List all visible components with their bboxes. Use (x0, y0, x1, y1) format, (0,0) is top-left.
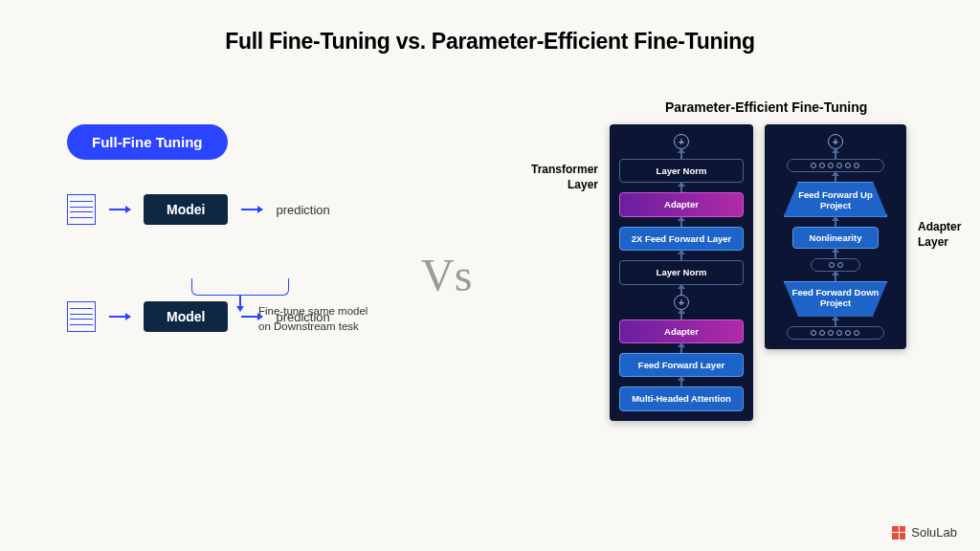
arrow-right-icon (241, 209, 262, 210)
arrow-up-icon (680, 149, 682, 159)
brand-text: SoluLab (911, 525, 957, 540)
adapter-layer-label: Adapter Layer (918, 220, 975, 250)
arrow-up-icon (680, 377, 682, 386)
arrow-up-icon (680, 310, 682, 320)
model-box-bottom: Model (144, 301, 228, 332)
data-sheet-icon (67, 301, 96, 332)
feed-forward-2x-box: 2X Feed Forward Layer (619, 227, 744, 251)
feed-forward-up-project-box: Feed Forward Up Project (784, 182, 888, 217)
prediction-label: prediction (276, 203, 329, 217)
peft-section: Parameter-Efficient Fine-Tuning Transfor… (522, 86, 975, 421)
arrow-up-icon (680, 285, 682, 295)
diagram-stage: Full-Fine Tuning Modei prediction Fine-t… (0, 86, 980, 551)
arrow-right-icon (109, 316, 130, 318)
dots-row-icon (787, 159, 884, 172)
data-sheet-icon (67, 194, 96, 225)
feed-forward-box: Feed Forward Layer (619, 353, 744, 377)
arrow-up-icon (835, 272, 836, 281)
flow-row-top: Modei prediction (67, 194, 330, 225)
arrow-up-icon (680, 343, 682, 353)
dots-row-short-icon (811, 258, 859, 272)
arrow-up-icon (835, 317, 836, 326)
arrow-right-icon (109, 209, 130, 210)
arrow-up-icon (680, 183, 682, 192)
layer-norm-box: Layer Norm (619, 260, 744, 284)
arrow-up-icon (680, 251, 682, 260)
dots-row-icon (787, 326, 884, 340)
full-fine-tuning-pill: Full-Fine Tuning (67, 124, 228, 160)
bracket-icon (191, 278, 289, 296)
plus-node-icon: + (828, 134, 843, 149)
adapter-panel: + Feed Forward Up Project Nonlinearity F… (765, 124, 906, 349)
arrow-up-icon (835, 149, 836, 159)
feed-forward-down-project-box: Feed Forward Down Project (784, 281, 888, 317)
page-title: Full Fine-Tuning vs. Parameter-Efficient… (0, 0, 980, 55)
plus-node-icon: + (674, 295, 689, 310)
adapter-box: Adapter (619, 320, 744, 343)
layer-norm-box: Layer Norm (619, 159, 744, 183)
vs-label: Vs (421, 249, 472, 301)
peft-panels-row: Transformer Layer + Layer Norm Adapter 2… (522, 124, 975, 421)
multi-head-attention-box: Multi-Headed Attention (619, 386, 744, 410)
transformer-layer-label: Transformer Layer (522, 163, 598, 192)
plus-node-icon: + (674, 134, 689, 149)
arrow-up-icon (680, 217, 682, 227)
peft-title: Parameter-Efficient Fine-Tuning (665, 99, 975, 115)
full-fine-tuning-section: Full-Fine Tuning Modei prediction Fine-t… (67, 124, 330, 332)
arrow-up-icon (835, 172, 836, 182)
arrow-up-icon (835, 217, 836, 227)
arrow-right-icon (241, 316, 262, 318)
prediction-label: prediction (276, 310, 329, 324)
adapter-box: Adapter (619, 192, 744, 216)
transformer-panel: + Layer Norm Adapter 2X Feed Forward Lay… (610, 124, 753, 421)
flow-diagram: Modei prediction Fine-tune same model on… (67, 194, 330, 332)
logo-icon (892, 526, 905, 540)
model-box-top: Modei (144, 194, 228, 225)
arrow-up-icon (835, 249, 836, 258)
footer-brand: SoluLab (892, 525, 957, 540)
flow-row-bottom: Model prediction (67, 301, 330, 332)
nonlinearity-box: Nonlinearity (792, 227, 879, 249)
